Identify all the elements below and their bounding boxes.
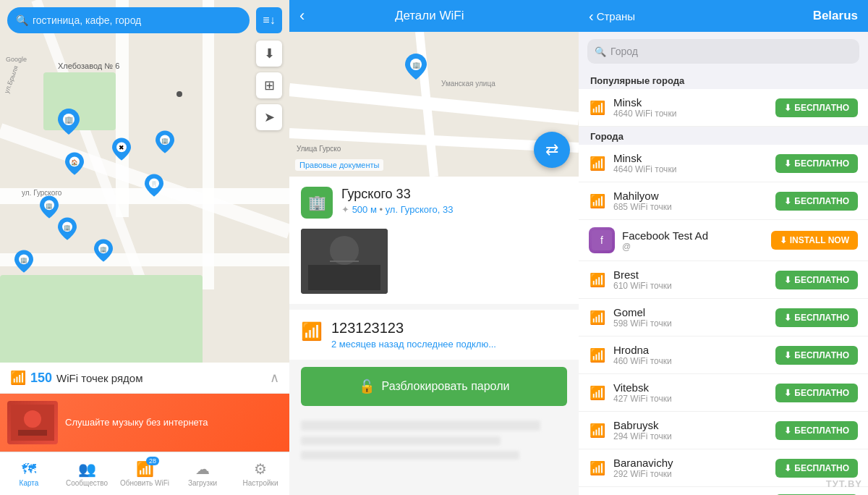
wifi-share-button[interactable]: ⇄	[534, 132, 570, 168]
nav-update-wifi[interactable]: 📶 28 Обновить WiFi	[116, 452, 174, 495]
svg-rect-44	[308, 265, 380, 290]
download-icon: ⬇	[784, 388, 791, 398]
nav-settings[interactable]: ⚙ Настройки	[231, 452, 289, 495]
city-wifi-icon: 📶	[589, 100, 606, 116]
ad-install-button[interactable]: ⬇ INSTALL NOW	[771, 231, 858, 250]
sort-button[interactable]: ≡↓	[256, 7, 282, 33]
svg-text:🏢: 🏢	[64, 115, 74, 124]
map-pin-3[interactable]: 🏠	[65, 152, 84, 178]
svg-text:🏢: 🏢	[100, 245, 107, 253]
city-count: 610 WiFi точки	[613, 281, 768, 291]
city-row[interactable]: 📶 Hrodna 460 WiFi точки ⬇ БЕСПЛАТНО	[579, 337, 868, 374]
detail-map-pin: 🏢	[405, 54, 427, 82]
city-info: Gomel 598 WiFi точки	[613, 306, 768, 329]
city-search-bar[interactable]: 🔍 Город	[587, 39, 859, 64]
city-wifi-icon: 📶	[589, 193, 606, 209]
map-pin-6[interactable]: 🏢	[40, 195, 59, 221]
map-pin-4[interactable]: 🏢	[156, 130, 174, 156]
city-wifi-icon: 📶	[589, 423, 606, 439]
svg-text:Google: Google	[6, 56, 27, 63]
city-search-icon: 🔍	[595, 46, 606, 57]
map-pin-7[interactable]: 🏢	[58, 217, 77, 243]
layers-button[interactable]: ⊞	[256, 72, 282, 98]
city-download-button[interactable]: ⬇ БЕСПЛАТНО	[775, 459, 858, 478]
popular-city-row[interactable]: 📶 Minsk 4640 WiFi точки ⬇ БЕСПЛАТНО	[579, 89, 868, 127]
location-button[interactable]: ➤	[256, 104, 282, 130]
download-label: БЕСПЛАТНО	[794, 350, 849, 360]
city-row[interactable]: 📶 Mahilyow 685 WiFi точки ⬇ БЕСПЛАТНО	[579, 182, 868, 220]
city-row[interactable]: 📶 Minsk 4640 WiFi точки ⬇ БЕСПЛАТНО	[579, 145, 868, 182]
svg-text:🏢: 🏢	[412, 61, 421, 69]
wifi-label: WiFi точек рядом	[56, 372, 142, 384]
popular-city-count: 4640 WiFi точки	[613, 109, 768, 119]
city-search-placeholder: Город	[610, 46, 638, 57]
ad-city-row[interactable]: f Facebook Test Ad @ ⬇ INSTALL NOW	[579, 220, 868, 261]
map-pin-1[interactable]: 🏢	[58, 109, 80, 138]
ad-banner[interactable]: Слушайте музыку без интернета	[0, 394, 289, 452]
svg-text:Уманская улица: Уманская улица	[441, 80, 495, 88]
download-map-button[interactable]: ⬇	[256, 41, 282, 67]
nav-map[interactable]: 🗺 Карта	[0, 452, 58, 495]
unlock-label: Разблокировать пароли	[382, 380, 510, 393]
download-label: БЕСПЛАТНО	[794, 426, 849, 436]
place-photo-thumb	[301, 229, 388, 294]
map-search-bar[interactable]: 🔍 гостиница, кафе, город	[7, 7, 250, 33]
city-download-button[interactable]: ⬇ БЕСПЛАТНО	[775, 192, 858, 211]
download-icon: ⬇	[784, 463, 791, 473]
detail-map: Уманская улица Улица Гурско 🏢 Правовые д…	[289, 32, 579, 177]
bottom-nav: 🗺 Карта 👥 Сообщество 📶 28 Обновить WiFi …	[0, 452, 289, 495]
place-info: 🏢 Гурского 33 ✦ 500 м • ул. Гурского, 33	[289, 177, 579, 229]
city-count: 427 WiFi точки	[613, 394, 768, 404]
city-count: 685 WiFi точки	[613, 202, 768, 212]
city-download-button[interactable]: ⬇ БЕСПЛАТНО	[775, 384, 858, 402]
countries-back-button[interactable]: ‹ Страны	[589, 8, 635, 25]
map-pin-5[interactable]: 🦷	[145, 174, 163, 200]
place-address: ✦ 500 м • ул. Гурского, 33	[341, 204, 453, 215]
city-row[interactable]: 📶 Gomel 598 WiFi точки ⬇ БЕСПЛАТНО	[579, 299, 868, 337]
city-name: Hrodna	[613, 344, 768, 356]
city-name: Vitebsk	[613, 381, 768, 394]
city-row[interactable]: 📶 Vitebsk 427 WiFi точки ⬇ БЕСПЛАТНО	[579, 374, 868, 412]
nav-settings-label: Настройки	[242, 479, 278, 487]
nav-community[interactable]: 👥 Сообщество	[58, 452, 116, 495]
city-row[interactable]: 📶 Brest 610 WiFi точки ⬇ БЕСПЛАТНО	[579, 261, 868, 299]
back-chevron-icon: ‹	[589, 8, 594, 25]
country-title: Belarus	[635, 9, 858, 23]
city-download-button[interactable]: ⬇ БЕСПЛАТНО	[775, 308, 858, 327]
city-row[interactable]: 📶 Baranavichy 292 WiFi точки ⬇ БЕСПЛАТНО	[579, 449, 868, 487]
popular-city-name: Minsk	[613, 96, 768, 109]
city-download-button[interactable]: ⬇ БЕСПЛАТНО	[775, 421, 858, 440]
wifi-nearby-header[interactable]: 📶 150 WiFi точек рядом ∧	[0, 363, 289, 394]
map-pin-2[interactable]: ✖	[112, 138, 131, 164]
legal-link[interactable]: Правовые документы	[295, 159, 383, 171]
city-name: Babruysk	[613, 419, 768, 431]
map-pin-8[interactable]: 🏢	[94, 239, 113, 265]
city-row[interactable]: 📶 Pinsk ⬇ БЕСПЛАТНО	[579, 487, 868, 495]
city-info: Hrodna 460 WiFi точки	[613, 344, 768, 366]
popular-city-download-button[interactable]: ⬇ БЕСПЛАТНО	[775, 98, 858, 117]
svg-text:🏠: 🏠	[71, 158, 78, 166]
chevron-up-icon[interactable]: ∧	[270, 370, 279, 386]
place-photo[interactable]	[289, 229, 579, 304]
wifi-last-connected: 2 месяцев назад последнее подклю...	[331, 339, 496, 350]
wifi-count: 150	[30, 371, 52, 386]
cities-section-title: Города	[579, 127, 868, 145]
svg-text:🦷: 🦷	[150, 180, 158, 187]
map-bottom-panel: 📶 150 WiFi точек рядом ∧ Слушайте музыку…	[0, 363, 289, 495]
tut-watermark: ТУТ.BY	[826, 478, 862, 489]
nav-downloads[interactable]: ☁ Загрузки	[174, 452, 231, 495]
countries-back-label: Страны	[597, 10, 635, 22]
city-download-button[interactable]: ⬇ БЕСПЛАТНО	[775, 271, 858, 289]
download-label: БЕСПЛАТНО	[794, 388, 849, 398]
download-icon: ⬇	[784, 313, 791, 323]
back-button[interactable]: ‹	[299, 7, 305, 25]
download-label: БЕСПЛАТНО	[794, 463, 849, 473]
svg-rect-4	[203, 0, 214, 289]
unlock-passwords-button[interactable]: 🔓 Разблокировать пароли	[301, 367, 567, 406]
city-download-button[interactable]: ⬇ БЕСПЛАТНО	[775, 346, 858, 365]
city-download-button[interactable]: ⬇ БЕСПЛАТНО	[775, 154, 858, 173]
city-row[interactable]: 📶 Babruysk 294 WiFi точки ⬇ БЕСПЛАТНО	[579, 412, 868, 449]
svg-text:🏢: 🏢	[20, 256, 27, 263]
map-pin-9[interactable]: 🏢	[14, 250, 33, 276]
nav-map-label: Карта	[20, 479, 39, 487]
